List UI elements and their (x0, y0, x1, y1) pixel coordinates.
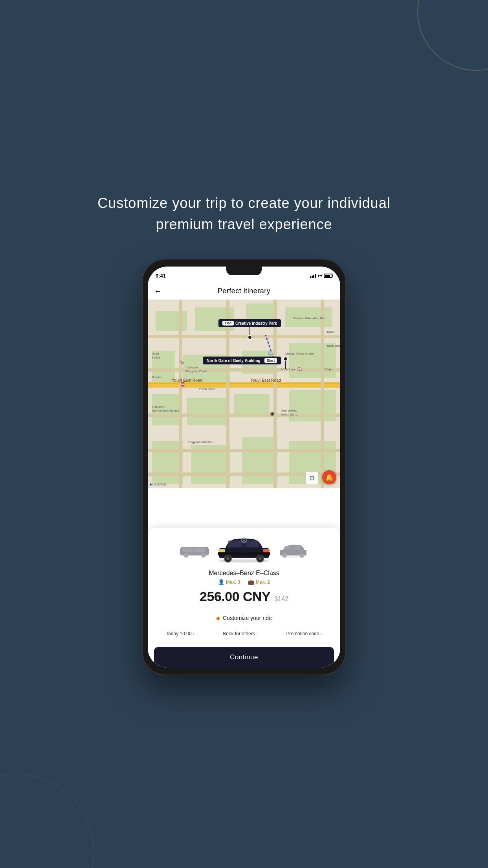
passenger-spec: 👤 Max. 3 (218, 579, 240, 585)
time-chevron: › (193, 632, 194, 636)
map-watermark: ▶ 高德地图 (150, 482, 166, 487)
svg-text:School: School (152, 356, 160, 359)
phone-shell: 9:41 ▾▾ ← Perfect itinerary (142, 259, 346, 675)
svg-rect-75 (284, 546, 292, 550)
svg-rect-8 (289, 343, 336, 378)
svg-point-69 (226, 557, 229, 560)
time-option[interactable]: Today 10:00 › (166, 631, 194, 636)
phone-screen: 9:41 ▾▾ ← Perfect itinerary (148, 267, 340, 668)
car-name: Mercedes–Benz E–Class (148, 570, 340, 577)
back-button[interactable]: ← (154, 287, 162, 296)
divider-1 (156, 610, 332, 610)
svg-text:📮: 📮 (180, 382, 185, 387)
promo-chevron: › (321, 632, 322, 636)
svg-text:Taiwu: Taiwu (327, 330, 334, 334)
price-row: 256.00 CNY $142 (148, 589, 340, 604)
svg-rect-76 (294, 546, 300, 550)
sedan-car-image (277, 541, 309, 559)
customize-row[interactable]: ◆ Customize your ride (148, 615, 340, 621)
options-row: Today 10:00 › Book for others › Promotio… (148, 631, 340, 642)
svg-text:Transportation Bureau: Transportation Bureau (152, 409, 179, 412)
svg-rect-66 (218, 549, 225, 552)
svg-rect-17 (148, 382, 340, 388)
svg-text:Mansion: Mansion (152, 376, 162, 379)
svg-rect-67 (263, 549, 270, 552)
promotion-code-option[interactable]: Promotion code › (286, 631, 322, 636)
alert-icon[interactable]: 🔔 (322, 470, 336, 484)
continue-button[interactable]: Continue (154, 647, 334, 668)
svg-rect-10 (187, 398, 226, 425)
car-option-sedan[interactable] (277, 541, 309, 559)
bg-decoration-circle-bottom (0, 774, 94, 868)
svg-rect-65 (218, 552, 270, 555)
car-option-mercedes[interactable] (215, 534, 273, 566)
car-specs: 👤 Max. 3 💼 Max. 2 (148, 579, 340, 585)
diamond-icon: ◆ (216, 615, 220, 621)
svg-rect-64 (246, 541, 259, 547)
svg-rect-56 (194, 548, 205, 552)
promotion-code-label: Promotion code (286, 631, 319, 636)
page-title: Perfect itinerary (218, 287, 271, 295)
svg-point-60 (203, 555, 204, 556)
phone-notch (226, 267, 262, 275)
svg-rect-15 (242, 437, 277, 484)
svg-point-71 (259, 557, 262, 560)
svg-rect-22 (321, 300, 324, 488)
svg-text:Xi'an Univer...: Xi'an Univer... (281, 409, 298, 412)
battery-icon (324, 274, 332, 278)
svg-rect-63 (228, 541, 242, 547)
svg-point-79 (284, 555, 285, 556)
luggage-spec: 💼 Max. 2 (248, 579, 270, 585)
signal-icon (310, 273, 316, 278)
svg-rect-26 (148, 449, 340, 452)
book-for-others-label: Book for others (223, 631, 255, 636)
svg-text:Xi'an Beilin: Xi'an Beilin (152, 405, 165, 408)
svg-text:Youyi East Road: Youyi East Road (172, 378, 202, 383)
svg-point-59 (185, 555, 187, 556)
price-usd: $142 (274, 596, 288, 603)
customize-label: Customize your ride (223, 615, 272, 621)
start-pin-label: North Gate of Geely Building Start (203, 357, 281, 364)
svg-rect-18 (148, 383, 340, 384)
svg-text:Youyi East Road: Youyi East Road (250, 378, 281, 383)
wifi-icon: ▾▾ (317, 273, 322, 278)
svg-text:of Ar... and 1...: of Ar... and 1... (281, 413, 299, 416)
passenger-count: Max. 3 (226, 579, 240, 585)
svg-text:Taian Street: Taian Street (327, 344, 340, 348)
svg-text:Weiye: Weiye (325, 368, 334, 371)
svg-rect-55 (182, 548, 193, 552)
svg-rect-13 (152, 441, 183, 484)
tagline: Customize your trip to create your indiv… (66, 193, 422, 235)
divider-2 (156, 626, 332, 626)
svg-rect-25 (148, 414, 340, 417)
svg-text:Meiyan Office Room: Meiyan Office Room (285, 352, 314, 355)
map-area: Youyi East Road Youyi East Road Science … (148, 300, 340, 488)
svg-text:No.86: No.86 (152, 352, 159, 355)
price-cny: 256.00 CNY (200, 589, 270, 604)
car-option-van[interactable] (179, 541, 211, 559)
svg-text:🎓: 🎓 (270, 411, 275, 417)
passenger-icon: 👤 (218, 579, 224, 585)
end-pin-label: End Creative Industry Park (218, 319, 281, 327)
svg-rect-3 (246, 303, 277, 319)
end-pin: End Creative Industry Park (218, 319, 281, 340)
scan-icon[interactable]: ⊡ (306, 472, 318, 484)
book-for-others-option[interactable]: Book for others › (223, 631, 258, 636)
svg-text:Lijiacun: Lijiacun (187, 366, 198, 369)
mercedes-car-image (215, 534, 273, 566)
svg-text:Science Education Mar: Science Education Mar (293, 316, 326, 320)
start-pin: North Gate of Geely Building Start (203, 357, 288, 369)
status-time: 9:41 (156, 273, 166, 279)
svg-text:🏠: 🏠 (297, 366, 303, 371)
svg-text:🏢: 🏢 (268, 350, 273, 356)
time-label: Today 10:00 (166, 631, 191, 636)
svg-text:🛍: 🛍 (179, 360, 184, 364)
bg-decoration-circle-top (417, 0, 488, 71)
bottom-panel: Mercedes–Benz E–Class 👤 Max. 3 💼 Max. 2 … (148, 528, 340, 668)
luggage-icon: 💼 (248, 579, 254, 585)
van-car-image (179, 541, 211, 559)
status-icons: ▾▾ (310, 273, 332, 278)
svg-rect-19 (179, 300, 182, 488)
svg-text:Yufen Store: Yufen Store (199, 387, 215, 391)
svg-text:Tengyuan Mansion: Tengyuan Mansion (187, 440, 213, 444)
